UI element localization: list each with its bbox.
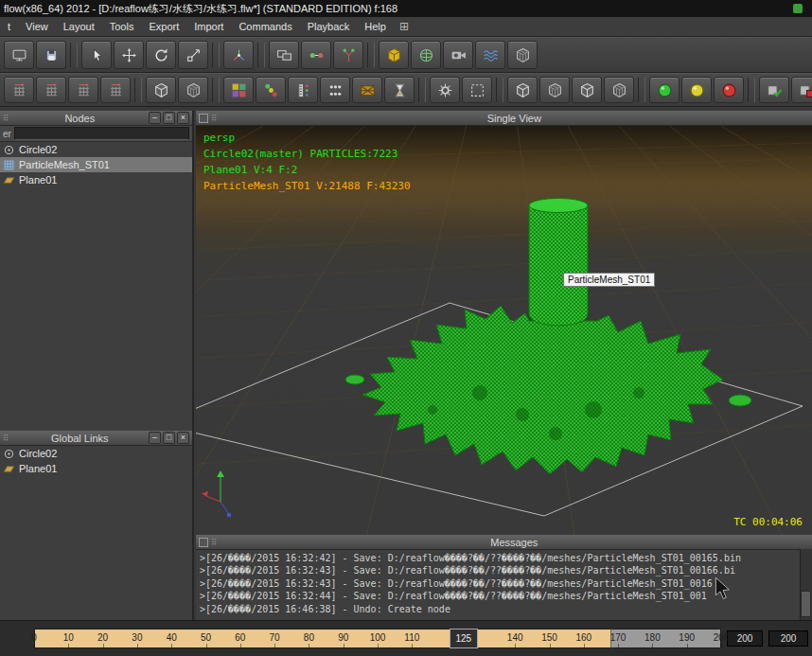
hourglass-button[interactable]: [384, 77, 415, 103]
snap-rotate-button[interactable]: [36, 77, 66, 103]
scale-tool-button[interactable]: [178, 41, 208, 69]
float-button[interactable]: □: [163, 112, 175, 124]
snap-grid-button[interactable]: [100, 77, 131, 103]
menu-item-playback[interactable]: Playback: [300, 17, 358, 36]
node-row[interactable]: Circle02: [0, 142, 192, 157]
cube-solid-button[interactable]: [146, 77, 176, 103]
cube-c-button[interactable]: [572, 77, 602, 103]
nodes-filter-input[interactable]: [14, 127, 189, 140]
dashed-region-button[interactable]: [462, 77, 492, 103]
toolbar-separator: [748, 78, 755, 102]
viewport-header[interactable]: ⠿ Single View: [196, 111, 812, 126]
timeline-tick-label: 10: [63, 632, 74, 643]
pivot-axis-button[interactable]: [223, 41, 254, 69]
log-line: >[26/����/2015 16:32:44] - Save: D:/reaf…: [200, 590, 797, 602]
save-layout-button[interactable]: [36, 41, 66, 69]
create-cube-icon: [386, 47, 402, 63]
traffic-lights-button[interactable]: [256, 77, 286, 103]
timeline-tick-label: 140: [507, 632, 523, 643]
create-sphere-button[interactable]: [411, 41, 441, 69]
timeline-tick-label: 90: [338, 632, 348, 643]
gear-cube-button[interactable]: [430, 77, 460, 103]
node-label: ParticleMesh_ST01: [19, 159, 110, 170]
relationship-fork-button[interactable]: [333, 41, 363, 69]
float-button[interactable]: □: [163, 432, 175, 444]
fluid-waves-button[interactable]: [475, 41, 505, 69]
cube-solid-icon: [153, 82, 169, 98]
menu-item-layout[interactable]: Layout: [56, 17, 102, 36]
close-button[interactable]: ×: [177, 112, 189, 124]
mesh-cube-button[interactable]: [507, 41, 538, 69]
timeline-tick-label: 40: [167, 632, 177, 643]
menu-item-commands[interactable]: Commands: [231, 17, 299, 36]
timeline-simulated-range[interactable]: [34, 629, 611, 648]
timeline-max-field[interactable]: 200: [768, 630, 808, 647]
cube-wire-button[interactable]: [178, 77, 208, 103]
cube-d-button[interactable]: [604, 77, 634, 103]
menu-item-tools[interactable]: Tools: [102, 17, 142, 36]
node-row[interactable]: ParticleMesh_ST01: [0, 157, 192, 172]
select-tool-button[interactable]: [81, 41, 112, 69]
viewport-scene[interactable]: perspCircle02(master) PARTICLES:7223Plan…: [196, 126, 812, 536]
snap-scale-icon: [76, 82, 92, 98]
dots-grid-button[interactable]: [320, 77, 350, 103]
export-check-button[interactable]: [759, 77, 789, 103]
current-frame-indicator[interactable]: 125: [450, 629, 478, 648]
title-bar[interactable]: flow(x86_64) 2012 - [D:/reaflow练习/水练习/水练…: [0, 0, 812, 17]
close-button[interactable]: ×: [177, 432, 189, 444]
ball-green-button[interactable]: [649, 77, 680, 103]
minimize-button[interactable]: –: [149, 432, 161, 444]
menu-item-export[interactable]: Export: [141, 17, 186, 36]
menu-item-import[interactable]: Import: [186, 17, 231, 36]
ball-red-button[interactable]: [714, 77, 744, 103]
screen-layout-button[interactable]: [4, 41, 34, 69]
snap-translate-button[interactable]: [4, 77, 34, 103]
dual-view-button[interactable]: [269, 41, 299, 69]
menu-item-help[interactable]: Help: [357, 17, 394, 36]
minimize-button[interactable]: –: [149, 112, 161, 124]
crate-button[interactable]: [352, 77, 382, 103]
node-tooltip: ParticleMesh_ST01: [563, 273, 655, 287]
splash-droplet: [345, 375, 364, 384]
relationship-fork-icon: [341, 47, 357, 63]
crate-icon: [360, 82, 376, 98]
timeline-end-field[interactable]: 200: [727, 630, 763, 647]
ruler-button[interactable]: [288, 77, 318, 103]
create-cube-button[interactable]: [379, 41, 409, 69]
timeline-tick-mark: [206, 644, 207, 647]
link-nodes-button[interactable]: [301, 41, 331, 69]
cube-a-button[interactable]: [507, 77, 538, 103]
timeline-tick-mark: [652, 644, 653, 647]
messages-header[interactable]: ⠿ Messages: [196, 535, 812, 550]
camera-view-button[interactable]: [443, 41, 473, 69]
color-grid-button[interactable]: [223, 77, 254, 103]
dashed-region-icon: [469, 82, 485, 98]
rotate-tool-button[interactable]: [146, 41, 176, 69]
cube-b-button[interactable]: [539, 77, 570, 103]
ball-yellow-button[interactable]: [681, 77, 712, 103]
nodes-panel-title: Nodes: [11, 113, 149, 124]
screen-layout-icon: [11, 47, 27, 63]
messages-window-icon: [199, 538, 208, 547]
toolbar-separator: [496, 78, 503, 102]
timeline-tick-mark: [344, 644, 344, 647]
export-alert-button[interactable]: [791, 77, 812, 103]
scrollbar-thumb[interactable]: [801, 591, 811, 617]
global-links-panel-header[interactable]: ⠿ Global Links – □ ×: [0, 431, 192, 446]
snap-scale-button[interactable]: [68, 77, 98, 103]
node-row[interactable]: Plane01: [0, 172, 192, 187]
nodes-panel-header[interactable]: ⠿ Nodes – □ ×: [0, 111, 192, 126]
node-row[interactable]: Plane01: [0, 461, 192, 476]
color-grid-icon: [231, 82, 247, 98]
menu-grid-icon[interactable]: ⊞: [394, 17, 415, 36]
timeline-tick-mark: [618, 644, 619, 647]
menu-item-t[interactable]: t: [0, 17, 18, 36]
messages-scrollbar[interactable]: [800, 549, 812, 620]
node-row[interactable]: Circle02: [0, 446, 192, 461]
create-sphere-icon: [418, 47, 434, 63]
menu-item-view[interactable]: View: [18, 17, 56, 36]
mouse-cursor: [715, 576, 732, 603]
nodes-filter-row: er: [0, 126, 192, 142]
viewport-window-icon: [199, 114, 208, 123]
move-tool-button[interactable]: [114, 41, 144, 69]
